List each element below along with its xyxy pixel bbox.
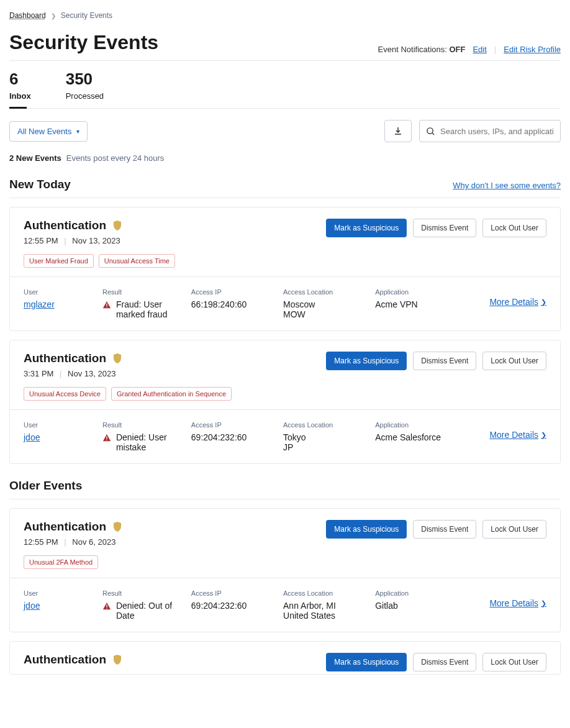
event-time: 12:55 PM (24, 537, 58, 547)
header-actions: Event Notifications: OFF Edit | Edit Ris… (378, 45, 561, 54)
location-line2: MOW (283, 309, 369, 319)
label-location: Access Location (283, 288, 369, 296)
event-tag: Unusual Access Time (99, 254, 175, 268)
mark-suspicious-button[interactable]: Mark as Suspicious (326, 520, 407, 539)
app-value: Acme VPN (375, 299, 481, 309)
edit-notifications-link[interactable]: Edit (473, 45, 486, 54)
ip-value: 69:204:232:60 (191, 432, 277, 442)
breadcrumb-current: Security Events (61, 11, 112, 20)
edit-risk-profile-link[interactable]: Edit Risk Profile (504, 45, 561, 54)
section-older-title: Older Events (9, 479, 82, 493)
breadcrumb-root[interactable]: Dashboard (9, 11, 46, 20)
event-type: Authentication (24, 653, 106, 667)
tab-inbox-count: 6 (9, 70, 18, 89)
divider: | (494, 45, 496, 54)
lock-out-user-button[interactable]: Lock Out User (482, 520, 546, 539)
mark-suspicious-button[interactable]: Mark as Suspicious (326, 653, 407, 671)
dismiss-event-button[interactable]: Dismiss Event (413, 219, 476, 237)
shield-icon (112, 521, 122, 532)
events-cadence: Events post every 24 hours (66, 153, 165, 163)
svg-rect-1 (106, 303, 107, 306)
tab-inbox[interactable]: 6 Inbox (9, 70, 31, 108)
more-details-link[interactable]: More Details❯ (487, 297, 546, 307)
location-line2: United States (283, 611, 369, 621)
label-app: Application (375, 288, 481, 296)
label-location: Access Location (283, 589, 369, 597)
chevron-right-icon: ❯ (51, 12, 56, 19)
tab-processed[interactable]: 350 Processed (66, 70, 104, 108)
search-input[interactable] (440, 127, 554, 136)
label-location: Access Location (283, 421, 369, 429)
location-line1: Tokyo (283, 432, 369, 442)
notification-state: Event Notifications: OFF (378, 45, 466, 54)
filter-dropdown[interactable]: All New Events ▾ (9, 121, 88, 142)
label-result: Result (102, 421, 185, 429)
warning-icon (102, 301, 111, 309)
help-link[interactable]: Why don't I see some events? (453, 181, 561, 190)
mark-suspicious-button[interactable]: Mark as Suspicious (326, 219, 407, 237)
warning-icon (102, 602, 111, 611)
more-details-link[interactable]: More Details❯ (487, 598, 546, 608)
svg-rect-3 (106, 436, 107, 439)
label-user: User (24, 421, 96, 429)
more-details-link[interactable]: More Details❯ (487, 430, 546, 440)
ip-value: 66:198:240:60 (191, 299, 277, 309)
breadcrumb: Dashboard ❯ Security Events (9, 11, 561, 20)
lock-out-user-button[interactable]: Lock Out User (482, 352, 546, 370)
label-result: Result (102, 288, 185, 296)
event-tag: Granted Authentication in Sequence (111, 387, 232, 401)
user-link[interactable]: jdoe (24, 601, 40, 611)
section-new-title: New Today (9, 178, 71, 191)
page-title: Security Events (9, 31, 158, 54)
event-card: Authentication 12:55 PM | Nov 6, 2023 Ma… (9, 508, 561, 632)
chevron-down-icon: ▾ (76, 128, 79, 135)
shield-icon (112, 654, 122, 665)
event-tag: Unusual 2FA Method (24, 555, 98, 569)
event-tag: User Marked Fraud (24, 254, 94, 268)
tab-processed-label: Processed (66, 91, 104, 101)
location-line2: JP (283, 442, 369, 452)
dismiss-event-button[interactable]: Dismiss Event (413, 653, 476, 671)
shield-icon (112, 353, 122, 364)
label-app: Application (375, 589, 481, 597)
user-link[interactable]: mglazer (24, 299, 55, 309)
svg-rect-6 (106, 608, 107, 609)
dismiss-event-button[interactable]: Dismiss Event (413, 352, 476, 370)
warning-icon (102, 434, 111, 442)
event-date: Nov 6, 2023 (72, 537, 115, 547)
ip-value: 69:204:232:60 (191, 601, 277, 611)
lock-out-user-button[interactable]: Lock Out User (482, 219, 546, 237)
location-line1: Ann Arbor, MI (283, 601, 369, 611)
event-type: Authentication (24, 219, 106, 232)
event-type: Authentication (24, 352, 106, 365)
event-card: Authentication 3:31 PM | Nov 13, 2023 Ma… (9, 340, 561, 464)
lock-out-user-button[interactable]: Lock Out User (482, 653, 546, 671)
chevron-right-icon: ❯ (541, 431, 546, 439)
event-tag: Unusual Access Device (24, 387, 106, 401)
event-card: Authentication Mark as Suspicious Dismis… (9, 641, 561, 675)
download-button[interactable] (384, 120, 412, 142)
result-text: Denied: Out of Date (116, 601, 185, 621)
label-user: User (24, 288, 96, 296)
tabs: 6 Inbox 350 Processed (9, 60, 561, 109)
event-card: Authentication 12:55 PM | Nov 13, 2023 M… (9, 207, 561, 331)
event-date: Nov 13, 2023 (68, 369, 115, 378)
new-events-count: 2 New Events (9, 153, 61, 163)
tab-inbox-label: Inbox (9, 91, 31, 101)
chevron-right-icon: ❯ (541, 599, 546, 607)
event-time: 12:55 PM (24, 236, 58, 245)
svg-rect-2 (106, 307, 107, 307)
tab-processed-count: 350 (66, 70, 93, 89)
event-date: Nov 13, 2023 (72, 236, 120, 245)
result-text: Fraud: User marked fraud (116, 299, 185, 319)
dismiss-event-button[interactable]: Dismiss Event (413, 520, 476, 539)
search-icon (426, 127, 435, 136)
mark-suspicious-button[interactable]: Mark as Suspicious (326, 352, 407, 370)
chevron-right-icon: ❯ (541, 298, 546, 306)
search-box[interactable] (419, 120, 561, 142)
event-type: Authentication (24, 520, 106, 534)
label-ip: Access IP (191, 421, 277, 429)
location-line1: Moscow (283, 299, 369, 309)
svg-rect-4 (106, 440, 107, 440)
user-link[interactable]: jdoe (24, 432, 40, 442)
